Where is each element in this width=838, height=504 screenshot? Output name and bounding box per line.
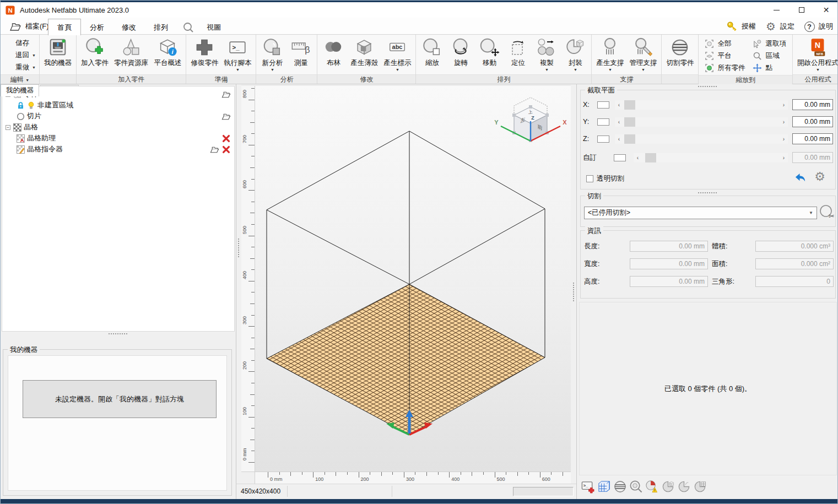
slider-thumb[interactable] [624,134,635,144]
search-icon[interactable] [182,21,194,34]
undo-button[interactable]: 退回 ▼ [4,50,36,61]
clip-axis-slider[interactable]: ‹› [615,100,788,110]
redo-button[interactable]: 重做 ▼ [4,62,36,73]
tab-my-machines[interactable]: 我的機器 [1,84,39,96]
pacman-button[interactable] [677,480,691,494]
no-machine-message-button[interactable]: 未設定機器。開啟「我的機器」對話方塊 [23,380,217,418]
transparent-cut-checkbox[interactable] [586,175,593,182]
slider-thumb[interactable] [645,153,656,162]
folder-open-icon[interactable] [221,112,231,121]
measure-button[interactable]: β測量 [286,36,315,73]
tab-view[interactable]: 視圖 [198,20,230,35]
clip-axis-value[interactable]: 0.00 mm [792,133,833,144]
new-analysis-button[interactable]: 新分析▼ [258,36,286,73]
scale-button[interactable]: 縮放 [418,36,446,73]
panel-splitter[interactable] [698,192,717,193]
slices-button[interactable] [613,480,627,494]
console-add-button[interactable]: >_ [581,480,595,494]
sphere-magnifier-button[interactable] [629,480,643,494]
clip-axis-slider[interactable]: ‹› [615,117,788,127]
panel-splitter[interactable] [698,86,717,87]
repair-button[interactable]: 修復零件 [188,36,221,73]
slider-thumb[interactable] [624,100,635,110]
tree-expander-icon[interactable]: − [6,125,10,130]
tab-arrange[interactable]: 排列 [145,20,177,35]
slider-right-arrow[interactable]: › [780,153,788,162]
label-abc-button[interactable]: abc產生標示▼ [381,36,414,73]
rotate-button[interactable]: 旋轉 [446,36,475,73]
analysis-warning-button[interactable]: ! [645,480,659,494]
slider-thumb[interactable] [624,117,635,127]
minimize-button[interactable] [764,2,789,18]
tree-item-4[interactable]: A晶格助理 [2,133,234,144]
help-button[interactable]: ?說明 [803,20,833,32]
clip-custom-checkbox[interactable] [614,154,626,161]
manage-support-button[interactable]: 管理支撐▼ [626,36,659,73]
clip-axis-value[interactable]: 0.00 mm [792,99,833,110]
gear-button[interactable]: ⚙設定 [765,20,794,32]
delete-icon[interactable] [221,134,231,143]
part-library-button[interactable]: 零件資源庫 [111,36,152,73]
horizontal-splitter[interactable] [109,333,127,334]
slider-right-arrow[interactable]: › [780,134,788,144]
blue-lattice-button[interactable] [597,480,611,494]
move-button[interactable]: 移動 [475,36,504,73]
tree-item-2[interactable]: 切片 [2,111,234,122]
slider-left-arrow[interactable]: ‹ [634,153,642,162]
zoom-point-item[interactable]: 點 [753,62,786,74]
zoom-selection-item[interactable]: 選取項 [753,37,786,50]
save-button[interactable]: 儲存 [4,38,36,48]
tab-analysis[interactable]: 分析 [81,20,113,35]
ribbon-group-label-edit[interactable]: 編輯 ▼ [1,74,39,84]
zoom-parts-item[interactable]: 所有零件 [705,62,745,74]
slider-left-arrow[interactable]: ‹ [615,100,623,110]
left-splitter[interactable] [236,84,241,484]
clip-axis-value[interactable]: 0.00 mm [792,116,833,127]
orient-button[interactable]: 定位 [504,36,532,73]
pacman-cube-button[interactable] [661,480,675,494]
boolean-button[interactable]: 布林 [319,36,348,73]
tree-item-5[interactable]: 晶格指令器 [2,144,234,155]
key-button[interactable]: 授權 [726,20,756,32]
cut-parts-button[interactable]: 切割零件 [663,36,696,73]
script-button[interactable]: >_執行腳本▼ [221,36,254,73]
slider-right-arrow[interactable]: › [780,100,788,110]
create-support-button[interactable]: 產生支撐▼ [593,36,626,73]
execute-cut-button[interactable]: ✂ [819,204,834,220]
clip-axis-checkbox[interactable] [597,101,609,109]
duplicate-button[interactable]: 複製▼ [532,36,561,73]
zoom-all-item[interactable]: 全部 [705,37,745,50]
file-menu-button[interactable]: 檔案(F) [4,19,55,34]
clip-custom-slider[interactable]: ‹› [634,153,788,162]
zoom-platform-item[interactable]: 平台 [705,50,745,62]
slider-left-arrow[interactable]: ‹ [615,134,623,144]
clip-axis-checkbox[interactable] [597,118,609,126]
tree-item-1[interactable]: 非建置區域 [2,100,234,111]
clip-axis-slider[interactable]: ‹› [615,134,788,144]
right-splitter[interactable] [571,84,576,484]
slider-left-arrow[interactable]: ‹ [615,117,623,127]
clipping-settings-gear-icon[interactable]: ⚙ [814,171,825,183]
cut-mode-dropdown[interactable]: <已停用切割> ▼ [584,207,817,219]
slider-right-arrow[interactable]: › [780,117,788,127]
close-button[interactable]: ✕ [814,2,838,18]
folder-open-icon[interactable] [210,145,219,154]
viewport-3d[interactable]: Y X 上 Z 左 前 [255,86,571,472]
tab-modify[interactable]: 修改 [113,20,145,35]
title-bar[interactable]: N Autodesk Netfabb Ultimate 2023.0 ✕ [1,2,838,18]
platform-overview-button[interactable]: i平台概述 [151,36,184,73]
pacman-grid-button[interactable] [693,480,707,494]
add-part-button[interactable]: 加入零件 [78,36,111,73]
shell-button[interactable]: 產生薄殼 [348,36,381,73]
clip-axis-checkbox[interactable] [597,136,609,143]
delete-icon[interactable] [221,145,231,154]
maximize-button[interactable] [789,2,814,18]
open-utility-button[interactable]: NNFB開啟公用程式▼ [794,36,838,73]
zoom-region-item[interactable]: 區域 [753,50,786,62]
tab-home[interactable]: 首頁 [48,19,81,35]
tree-item-3[interactable]: −晶格 [2,122,234,133]
my-machines-button[interactable]: 我的機器 [41,36,74,73]
folder-open-icon[interactable] [221,90,231,99]
pack-button[interactable]: 封裝▼ [561,36,590,73]
reset-clipping-button[interactable] [794,172,807,185]
